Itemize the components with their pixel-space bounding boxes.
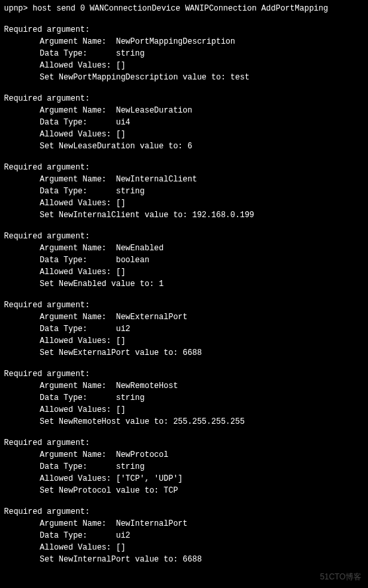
- argument-name-row: Argument Name: NewPortMappingDescription: [4, 36, 364, 48]
- argument-name-row: Argument Name: NewInternalPort: [4, 518, 364, 530]
- set-value-row: Set NewProtocol value to: TCP: [4, 485, 364, 497]
- set-value-row: Set NewInternalClient value to: 192.168.…: [4, 209, 364, 221]
- required-argument-header: Required argument:: [4, 437, 364, 449]
- allowed-values-row: Allowed Values: []: [4, 335, 364, 347]
- argument-name-row: Argument Name: NewExternalPort: [4, 311, 364, 323]
- data-type-row: Data Type: string: [4, 461, 364, 473]
- allowed-values-row: Allowed Values: ['TCP', 'UDP']: [4, 473, 364, 485]
- allowed-values-row: Allowed Values: []: [4, 404, 364, 416]
- allowed-values-row: Allowed Values: []: [4, 542, 364, 554]
- required-argument-header: Required argument:: [4, 24, 364, 36]
- data-type-row: Data Type: boolean: [4, 254, 364, 266]
- allowed-values-row: Allowed Values: []: [4, 197, 364, 209]
- argument-name-row: Argument Name: NewEnabled: [4, 242, 364, 254]
- data-type-row: Data Type: ui4: [4, 117, 364, 128]
- required-argument-header: Required argument:: [4, 162, 364, 173]
- set-value-row: Set NewInternalPort value to: 6688: [4, 554, 364, 565]
- required-argument-header: Required argument:: [4, 299, 364, 311]
- allowed-values-row: Allowed Values: []: [4, 128, 364, 140]
- set-value-row: Set NewLeaseDuration value to: 6: [4, 140, 364, 152]
- terminal-output: Required argument:Argument Name: NewPort…: [4, 24, 364, 565]
- argument-block: Required argument:Argument Name: NewEnab…: [4, 230, 364, 290]
- argument-block: Required argument:Argument Name: NewInte…: [4, 162, 364, 221]
- command-prompt-line[interactable]: upnp> host send 0 WANConnectionDevice WA…: [4, 3, 364, 15]
- argument-block: Required argument:Argument Name: NewPort…: [4, 24, 364, 83]
- required-argument-header: Required argument:: [4, 230, 364, 242]
- set-value-row: Set NewExternalPort value to: 6688: [4, 347, 364, 359]
- argument-name-row: Argument Name: NewRemoteHost: [4, 380, 364, 392]
- data-type-row: Data Type: string: [4, 392, 364, 404]
- watermark: 51CTO博客: [320, 571, 361, 583]
- argument-name-row: Argument Name: NewLeaseDuration: [4, 105, 364, 117]
- set-value-row: Set NewPortMappingDescription value to: …: [4, 72, 364, 83]
- argument-block: Required argument:Argument Name: NewRemo…: [4, 368, 364, 428]
- data-type-row: Data Type: string: [4, 185, 364, 197]
- argument-block: Required argument:Argument Name: NewInte…: [4, 506, 364, 565]
- set-value-row: Set NewRemoteHost value to: 255.255.255.…: [4, 416, 364, 428]
- argument-name-row: Argument Name: NewProtocol: [4, 449, 364, 461]
- data-type-row: Data Type: ui2: [4, 530, 364, 542]
- argument-block: Required argument:Argument Name: NewProt…: [4, 437, 364, 497]
- set-value-row: Set NewEnabled value to: 1: [4, 278, 364, 290]
- data-type-row: Data Type: ui2: [4, 323, 364, 335]
- allowed-values-row: Allowed Values: []: [4, 60, 364, 72]
- argument-block: Required argument:Argument Name: NewLeas…: [4, 93, 364, 152]
- argument-name-row: Argument Name: NewInternalClient: [4, 173, 364, 185]
- data-type-row: Data Type: string: [4, 48, 364, 60]
- required-argument-header: Required argument:: [4, 368, 364, 380]
- allowed-values-row: Allowed Values: []: [4, 266, 364, 278]
- required-argument-header: Required argument:: [4, 93, 364, 105]
- argument-block: Required argument:Argument Name: NewExte…: [4, 299, 364, 359]
- required-argument-header: Required argument:: [4, 506, 364, 518]
